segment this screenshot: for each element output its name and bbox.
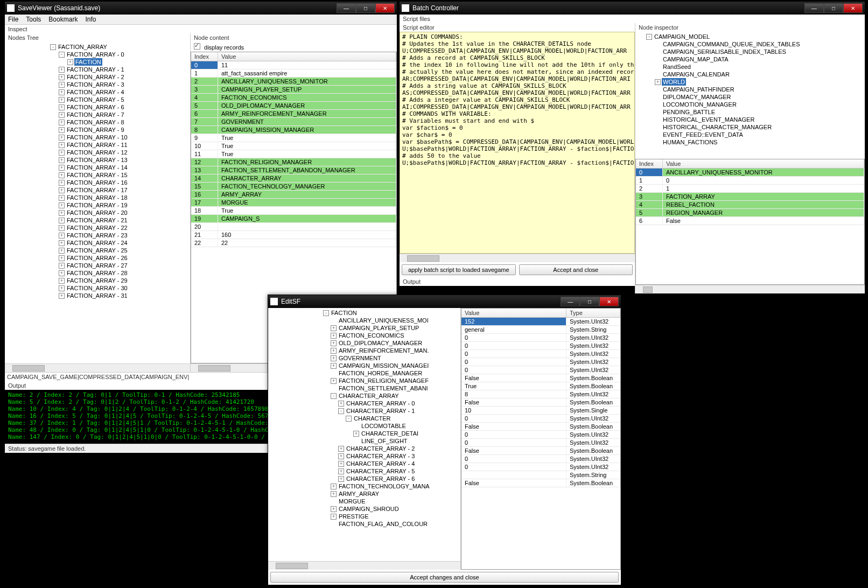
saveviewer-titlebar[interactable]: SaveViewer (Sassanid.save) — □ ✕ [5,2,397,15]
node-inspector-label: Node inspector [635,23,865,32]
nodes-tree-label: Nodes Tree [5,33,190,42]
saveviewer-menubar: File Tools Bookmark Info [5,15,397,25]
maximize-button[interactable]: □ [356,3,375,13]
minimize-button[interactable]: — [337,3,356,13]
minimize-button[interactable]: — [804,3,824,13]
saveviewer-title: SaveViewer (Sassanid.save) [18,4,337,12]
accept-close-button[interactable]: Accept and close [519,264,633,275]
inspector-hscroll[interactable] [635,285,865,293]
minimize-button[interactable]: — [561,297,580,306]
batch-window: Batch Controller — □ ✕ Script files Scri… [399,1,865,294]
node-content-label: Node content [191,33,397,42]
script-hscroll[interactable] [400,254,635,262]
menu-bookmark[interactable]: Bookmark [48,16,78,23]
script-editor[interactable]: # PLAIN COMMANDS:# Updates the 1st value… [400,32,635,254]
editsf-window: EditSF — □ ✕ -FACTIONANCILLARY_UNIQUENES… [268,295,621,585]
batch-output-label: Output [400,277,635,286]
app-icon [270,298,278,305]
display-records-row: display records [191,42,397,52]
editsf-tree-hscroll[interactable] [268,561,460,570]
batch-inspector-grid[interactable]: IndexValue0ANCILLARY_UNIQUENESS_MONITOR1… [635,159,865,285]
menu-tools[interactable]: Tools [26,16,41,23]
editsf-titlebar[interactable]: EditSF — □ ✕ [268,295,621,308]
menu-info[interactable]: Info [85,16,96,23]
batch-output[interactable] [400,286,635,293]
script-files-label: Script files [400,15,865,23]
editsf-title: EditSF [281,298,561,305]
editsf-tree[interactable]: -FACTIONANCILLARY_UNIQUENESS_MOI+CAMPAIG… [268,308,460,561]
app-icon [402,4,409,12]
batch-inspector-tree[interactable]: -CAMPAIGN_MODELCAMPAIGN_COMMAND_QUEUE_IN… [635,32,865,159]
close-button[interactable]: ✕ [375,3,395,13]
editsf-grid[interactable]: ValueType152System.UInt32generalSystem.S… [461,308,621,570]
app-icon [7,4,15,12]
maximize-button[interactable]: □ [824,3,843,13]
tree-hscroll[interactable] [5,363,190,372]
display-records-checkbox[interactable] [194,43,200,50]
maximize-button[interactable]: □ [580,297,599,306]
script-editor-label: Script editor [400,23,635,32]
close-button[interactable]: ✕ [843,3,863,13]
close-button[interactable]: ✕ [599,297,619,306]
apply-batch-button[interactable]: apply batch script to loaded savegame [402,264,516,275]
batch-titlebar[interactable]: Batch Controller — □ ✕ [400,2,865,15]
accept-changes-button[interactable]: Accept changes and close [270,572,619,583]
batch-title: Batch Controller [412,4,804,12]
inspect-label: Inspect [5,25,397,33]
menu-file[interactable]: File [8,16,18,23]
saveviewer-tree[interactable]: -FACTION_ARRAY-FACTION_ARRAY - 0+FACTION… [5,42,190,363]
display-records-label: display records [204,44,244,51]
